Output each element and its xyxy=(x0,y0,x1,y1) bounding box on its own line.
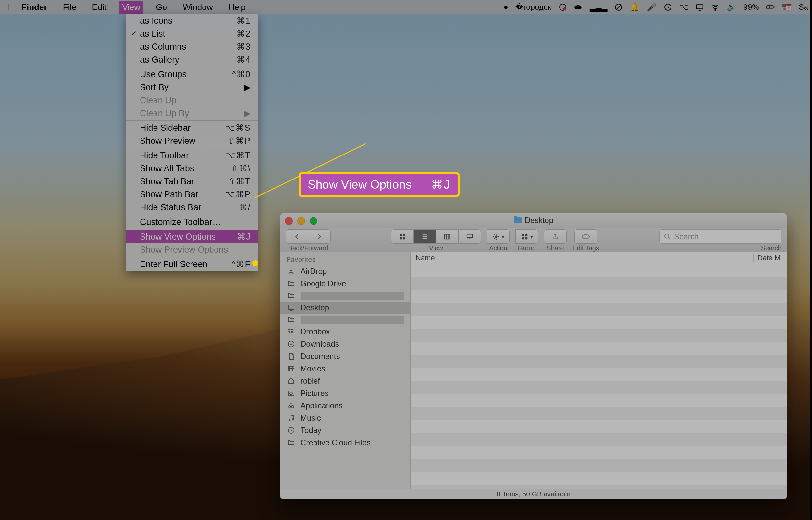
svg-rect-9 xyxy=(403,234,405,236)
menu-view[interactable]: View xyxy=(119,1,143,14)
display-icon[interactable] xyxy=(696,3,704,11)
menu-item-as-icons[interactable]: as Icons⌘1 xyxy=(126,14,258,27)
status-icon[interactable]: ● xyxy=(504,3,508,12)
volume-icon[interactable]: 🔊 xyxy=(727,3,736,12)
sidebar-item-redacted[interactable] xyxy=(281,290,410,302)
column-date[interactable]: Date M xyxy=(754,254,787,262)
svg-rect-16 xyxy=(525,234,527,236)
menu-item-shortcut: ⌘4 xyxy=(236,54,251,66)
menu-item-enter-full-screen[interactable]: Enter Full Screen^⌘F xyxy=(126,258,258,271)
menu-item-label: Show Path Bar xyxy=(140,189,198,200)
forward-button[interactable] xyxy=(308,230,331,244)
bluetooth-icon[interactable]: ⌥ xyxy=(679,3,688,12)
wifi-icon[interactable] xyxy=(711,3,719,11)
clock-text-truncated[interactable]: Sa xyxy=(799,3,808,12)
sidebar-item-creative-cloud-files[interactable]: Creative Cloud Files xyxy=(281,437,410,449)
sidebar-item-airdrop[interactable]: AirDrop xyxy=(281,265,410,278)
apple-menu-icon[interactable]:  xyxy=(6,2,9,12)
menu-item-show-preview[interactable]: Show Preview⇧⌘P xyxy=(126,134,258,147)
menu-item-as-list[interactable]: ✓as List⌘2 xyxy=(126,27,258,40)
sidebar-item-redacted[interactable] xyxy=(281,314,410,326)
column-name[interactable]: Name xyxy=(411,254,754,262)
menu-app-name[interactable]: Finder xyxy=(18,1,50,14)
menu-item-shortcut: ⌥⌘S xyxy=(225,122,251,134)
sidebar-item-dropbox[interactable]: Dropbox xyxy=(281,326,410,338)
sidebar-item-desktop[interactable]: Desktop xyxy=(281,302,410,314)
view-list-button[interactable] xyxy=(414,230,436,244)
search-field[interactable]: Search xyxy=(659,230,782,244)
sidebar-item-downloads[interactable]: Downloads xyxy=(281,338,410,350)
sidebar-item-label: Music xyxy=(300,414,321,423)
time-machine-icon[interactable] xyxy=(664,3,672,11)
menu-item-shortcut: ^⌘F xyxy=(231,258,251,270)
sidebar-item-roblef[interactable]: roblef xyxy=(281,375,410,387)
column-headers[interactable]: Name Date M xyxy=(411,252,787,264)
menu-item-label: as Icons xyxy=(140,15,173,27)
sidebar-item-label: Movies xyxy=(300,364,325,373)
menu-item-hide-sidebar[interactable]: Hide Sidebar⌥⌘S xyxy=(126,122,258,134)
sidebar-item-pictures[interactable]: Pictures xyxy=(281,387,410,399)
share-button[interactable] xyxy=(544,230,567,244)
menu-item-label: as List xyxy=(140,28,165,40)
menu-item-as-columns[interactable]: as Columns⌘3 xyxy=(126,40,258,53)
sidebar-item-music[interactable]: Music xyxy=(281,412,410,424)
view-gallery-button[interactable] xyxy=(459,230,481,244)
window-zoom-button[interactable] xyxy=(310,217,317,225)
input-source-flag-icon[interactable]: 🇺🇸 xyxy=(782,3,791,12)
battery-icon[interactable] xyxy=(766,3,775,11)
menu-item-customize-toolbar-[interactable]: Customize Toolbar… xyxy=(126,215,258,229)
svg-point-1 xyxy=(563,7,566,10)
home-icon xyxy=(286,377,296,385)
sidebar-item-google-drive[interactable]: Google Drive xyxy=(281,278,410,290)
microphone-icon[interactable]: 🎤 xyxy=(647,3,657,12)
window-titlebar[interactable]: Desktop xyxy=(281,213,787,228)
window-minimize-button[interactable] xyxy=(297,217,305,225)
menu-item-use-groups[interactable]: Use Groups^⌘0 xyxy=(126,68,258,81)
group-button[interactable]: ▾ xyxy=(515,230,538,244)
menu-item-sort-by[interactable]: Sort By▶ xyxy=(126,81,258,94)
menu-item-show-path-bar[interactable]: Show Path Bar⌥⌘P xyxy=(126,188,258,201)
battery-percentage[interactable]: 99% xyxy=(743,3,759,12)
view-icons-button[interactable] xyxy=(391,230,414,244)
menu-item-label: Show View Options xyxy=(140,231,216,242)
menu-item-show-tab-bar[interactable]: Show Tab Bar⇧⌘T xyxy=(126,175,258,188)
view-columns-button[interactable] xyxy=(436,230,459,244)
svg-rect-18 xyxy=(525,237,527,239)
sidebar-item-movies[interactable]: Movies xyxy=(281,363,410,375)
hat-icon[interactable]: ▂▃▂ xyxy=(590,3,607,12)
documents-icon xyxy=(286,352,296,361)
menu-item-hide-toolbar[interactable]: Hide Toolbar⌥⌘T xyxy=(126,149,258,162)
menu-file[interactable]: File xyxy=(60,1,80,14)
svg-rect-10 xyxy=(400,237,402,239)
dropbox-status-icon[interactable]: �городок xyxy=(515,3,551,12)
svg-rect-11 xyxy=(403,237,405,239)
menu-go[interactable]: Go xyxy=(153,1,171,14)
notification-bell-icon[interactable]: 🔔 xyxy=(630,3,640,12)
edit-tags-button[interactable] xyxy=(574,230,597,244)
menu-item-shortcut: ⌘3 xyxy=(236,41,251,53)
circle-slash-icon[interactable] xyxy=(614,3,623,11)
menu-item-label: Hide Status Bar xyxy=(140,202,201,213)
menu-item-label: as Gallery xyxy=(140,54,180,66)
cloud-icon[interactable] xyxy=(574,3,582,11)
sync-status-icon[interactable] xyxy=(558,3,567,11)
sidebar-item-documents[interactable]: Documents xyxy=(281,350,410,363)
menu-help[interactable]: Help xyxy=(225,1,248,14)
menu-bar:  Finder File Edit View Go Window Help ●… xyxy=(0,0,812,14)
sidebar-item-applications[interactable]: Applications xyxy=(281,399,410,412)
sidebar-item-today[interactable]: Today xyxy=(281,424,410,437)
menu-item-shortcut: ⇧⌘P xyxy=(228,135,251,147)
finder-content: Name Date M xyxy=(411,252,787,489)
file-list-empty xyxy=(411,264,787,489)
menu-item-label: Show Preview Options xyxy=(140,244,228,256)
window-close-button[interactable] xyxy=(285,217,293,225)
action-button[interactable]: ▾ xyxy=(487,230,509,244)
menu-item-as-gallery[interactable]: as Gallery⌘4 xyxy=(126,53,258,66)
menu-window[interactable]: Window xyxy=(180,1,216,14)
menu-item-show-preview-options: Show Preview Options xyxy=(126,243,258,256)
menu-item-show-view-options[interactable]: Show View Options⌘J xyxy=(126,230,258,243)
back-button[interactable] xyxy=(286,230,308,244)
menu-edit[interactable]: Edit xyxy=(89,1,110,14)
menu-item-hide-status-bar[interactable]: Hide Status Bar⌘/ xyxy=(126,201,258,214)
menu-item-show-all-tabs[interactable]: Show All Tabs⇧⌘\ xyxy=(126,162,258,175)
